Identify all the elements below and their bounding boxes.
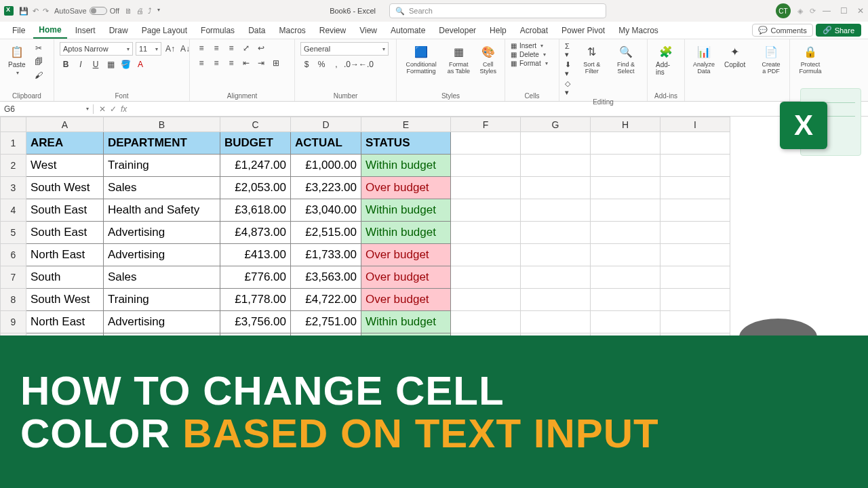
sort-filter-button[interactable]: ⇅Sort & Filter	[578, 42, 606, 76]
sync-icon[interactable]: ⟳	[810, 7, 816, 16]
delete-cells-button[interactable]: ▦ Delete ▾	[511, 51, 546, 58]
font-size-select[interactable]: 11▾	[136, 42, 161, 56]
cell[interactable]: Over budget	[361, 244, 451, 266]
tab-data[interactable]: Data	[243, 23, 271, 38]
row-header[interactable]: 5	[1, 222, 26, 244]
cell[interactable]: Advertising	[104, 244, 220, 266]
format-as-table-button[interactable]: ▦Format as Table	[444, 42, 473, 76]
cell[interactable]	[591, 222, 660, 244]
cell[interactable]	[521, 132, 591, 155]
cell[interactable]: South West	[26, 177, 104, 199]
column-header[interactable]: D	[291, 117, 361, 132]
create-pdf-button[interactable]: 📄Create a PDF	[758, 42, 784, 76]
cell[interactable]	[451, 244, 521, 266]
cell[interactable]: DEPARTMENT	[104, 132, 220, 155]
cell[interactable]: £2,515.00	[291, 222, 361, 244]
cell[interactable]	[591, 199, 660, 222]
percent-icon[interactable]: %	[315, 58, 328, 70]
autosum-icon[interactable]: Σ ▾	[565, 42, 574, 59]
fill-color-icon[interactable]: 🪣	[119, 58, 132, 70]
close-button[interactable]: ✕	[857, 6, 864, 16]
tab-page-layout[interactable]: Page Layout	[136, 23, 193, 38]
cancel-formula-icon[interactable]: ✕	[99, 104, 106, 114]
cell[interactable]: South	[26, 266, 104, 289]
cell[interactable]: £3,223.00	[291, 177, 361, 199]
cell[interactable]: West	[26, 155, 104, 177]
row-header[interactable]: 6	[1, 244, 26, 266]
cell[interactable]: £3,040.00	[291, 199, 361, 222]
cell[interactable]: South East	[26, 222, 104, 244]
qa-icon[interactable]: 🖨	[136, 7, 144, 15]
tab-home[interactable]: Home	[33, 22, 66, 39]
tab-acrobat[interactable]: Acrobat	[515, 23, 553, 38]
cell[interactable]	[521, 266, 591, 289]
row-header[interactable]: 7	[1, 266, 26, 289]
decrease-decimal-icon[interactable]: ←.0	[360, 58, 372, 70]
column-header[interactable]: E	[361, 117, 451, 132]
cell[interactable]	[660, 132, 730, 155]
orientation-icon[interactable]: ⤢	[240, 42, 252, 54]
search-input[interactable]: 🔍 Search	[389, 3, 606, 18]
increase-indent-icon[interactable]: ⇥	[255, 57, 267, 69]
cell[interactable]	[591, 155, 660, 177]
border-icon[interactable]: ▦	[104, 58, 117, 70]
tab-file[interactable]: File	[7, 23, 31, 38]
cell-styles-button[interactable]: 🎨Cell Styles	[477, 42, 500, 76]
cell[interactable]: Training	[104, 289, 220, 311]
cell[interactable]: Sales	[104, 177, 220, 199]
fill-icon[interactable]: ⬇ ▾	[565, 60, 574, 78]
cell[interactable]	[660, 199, 730, 222]
cell[interactable]: Over budget	[361, 289, 451, 311]
row-header[interactable]: 2	[1, 155, 26, 177]
fx-icon[interactable]: fx	[121, 104, 127, 114]
column-header[interactable]: I	[660, 117, 730, 132]
align-middle-icon[interactable]: ≡	[210, 42, 222, 54]
increase-font-icon[interactable]: A↑	[164, 43, 176, 55]
tab-my-macros[interactable]: My Macros	[613, 23, 664, 38]
cell[interactable]: £4,722.00	[291, 289, 361, 311]
tab-automate[interactable]: Automate	[385, 23, 431, 38]
cell[interactable]	[660, 222, 730, 244]
row-header[interactable]: 4	[1, 199, 26, 222]
underline-button[interactable]: U	[90, 58, 102, 70]
diamond-icon[interactable]: ◈	[797, 7, 803, 16]
font-color-icon[interactable]: A	[134, 58, 146, 70]
cell[interactable]: Advertising	[104, 222, 220, 244]
tab-help[interactable]: Help	[484, 23, 512, 38]
cell[interactable]	[451, 155, 521, 177]
save-icon[interactable]: 💾	[19, 7, 28, 16]
cell[interactable]: £1,000.00	[291, 155, 361, 177]
cell[interactable]: £1,778.00	[220, 289, 291, 311]
cell[interactable]: North East	[26, 244, 104, 266]
clear-icon[interactable]: ◇ ▾	[565, 79, 574, 97]
column-header[interactable]: H	[591, 117, 660, 132]
cell[interactable]: STATUS	[361, 132, 451, 155]
cell[interactable]: £2,053.00	[220, 177, 291, 199]
cell[interactable]	[521, 222, 591, 244]
cell[interactable]	[591, 289, 660, 311]
cell[interactable]: Sales	[104, 266, 220, 289]
find-select-button[interactable]: 🔍Find & Select	[610, 42, 642, 76]
row-header[interactable]: 8	[1, 289, 26, 311]
qa-icon[interactable]: ⤴	[148, 7, 152, 15]
tab-formulas[interactable]: Formulas	[195, 23, 240, 38]
align-left-icon[interactable]: ≡	[195, 57, 208, 69]
column-header[interactable]: B	[104, 117, 220, 132]
undo-icon[interactable]: ↶	[33, 7, 39, 16]
tab-power-pivot[interactable]: Power Pivot	[556, 23, 610, 38]
cell[interactable]	[521, 244, 591, 266]
cell[interactable]: Within budget	[361, 222, 451, 244]
row-header[interactable]: 3	[1, 177, 26, 199]
currency-icon[interactable]: $	[300, 58, 313, 70]
copy-icon[interactable]: 🗐	[33, 56, 45, 68]
column-header[interactable]: C	[220, 117, 291, 132]
bold-button[interactable]: B	[60, 58, 72, 70]
autosave-toggle[interactable]: AutoSave Off	[54, 7, 119, 15]
tab-draw[interactable]: Draw	[104, 23, 134, 38]
maximize-button[interactable]: ☐	[840, 6, 848, 16]
tab-insert[interactable]: Insert	[70, 23, 101, 38]
tab-review[interactable]: Review	[314, 23, 351, 38]
cell[interactable]: £1,733.00	[291, 244, 361, 266]
cell[interactable]: Advertising	[104, 311, 220, 333]
cell[interactable]: Training	[104, 155, 220, 177]
